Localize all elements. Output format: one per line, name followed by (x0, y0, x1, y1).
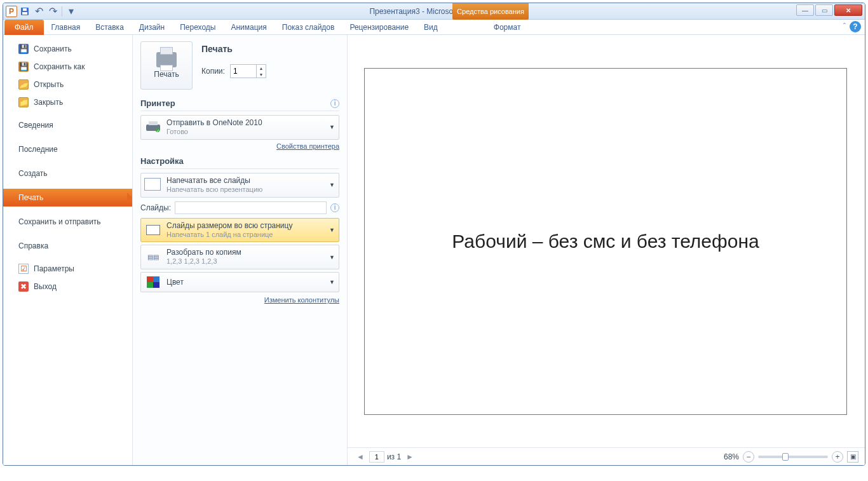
printer-heading: Принтер (140, 98, 175, 108)
printer-name: Отправить в OneNote 2010 (166, 118, 324, 128)
sidebar-label: Сведения (18, 121, 53, 130)
qat-separator (62, 6, 62, 17)
print-preview-pane: Рабочий – без смс и без телефона ◄ из 1 … (348, 35, 865, 465)
chevron-down-icon: ▼ (329, 227, 335, 233)
print-scope-select[interactable]: Напечатать все слайды Напечатать всю пре… (140, 173, 339, 198)
chevron-down-icon: ▼ (329, 279, 335, 285)
folder-open-icon: 📂 (18, 79, 29, 90)
info-icon[interactable]: i (330, 203, 339, 212)
sidebar-label: Параметры (34, 264, 74, 273)
redo-icon[interactable]: ↷ (46, 5, 59, 18)
tab-insert[interactable]: Вставка (88, 20, 132, 35)
options-icon: ☑ (18, 264, 29, 274)
next-page-icon[interactable]: ► (403, 452, 416, 461)
svg-rect-2 (23, 8, 27, 11)
printer-icon (156, 52, 177, 67)
zoom-thumb[interactable] (782, 453, 789, 461)
save-icon[interactable] (18, 5, 31, 18)
contextual-tool-tab[interactable]: Средства рисования (452, 3, 529, 20)
print-button[interactable]: Печать (140, 41, 193, 90)
sidebar-label: Печать (18, 193, 43, 202)
page-of-label: из 1 (387, 452, 401, 461)
collapse-ribbon-icon[interactable]: ˆ (843, 22, 846, 31)
info-icon[interactable]: i (330, 99, 339, 108)
spinner-buttons: ▲ ▼ (256, 65, 266, 78)
app-window: P ↶ ↷ ▾ Презентация3 - Microsoft PowerPo… (3, 3, 865, 466)
tab-slideshow[interactable]: Показ слайдов (275, 20, 342, 35)
minimize-button[interactable]: — (796, 4, 814, 16)
zoom-slider[interactable] (758, 456, 828, 458)
page-number-input[interactable] (369, 451, 384, 463)
color-select[interactable]: Цвет ▼ (140, 272, 339, 292)
collate-text: Разобрать по копиям 1,2,3 1,2,3 1,2,3 (166, 248, 324, 266)
sidebar-options[interactable]: ☑Параметры (3, 260, 132, 278)
collate-select[interactable]: ▤▤ Разобрать по копиям 1,2,3 1,2,3 1,2,3… (140, 245, 339, 269)
copies-input[interactable] (231, 65, 256, 78)
printer-select[interactable]: ✓ Отправить в OneNote 2010 Готово ▼ (140, 115, 339, 140)
print-header-right: Печать Копии: ▲ ▼ (201, 41, 266, 78)
svg-rect-4 (149, 121, 158, 125)
undo-icon[interactable]: ↶ (32, 5, 45, 18)
maximize-button[interactable]: ▭ (815, 4, 833, 16)
sidebar-close[interactable]: 📁Закрыть (3, 93, 132, 111)
ribbon-tabs: Файл Главная Вставка Дизайн Переходы Ани… (3, 20, 865, 35)
settings-heading: Настройка (140, 156, 184, 166)
sidebar-new[interactable]: Создать (3, 165, 132, 182)
slides-range-input[interactable] (175, 201, 327, 214)
copies-row: Копии: ▲ ▼ (201, 64, 266, 78)
tab-format[interactable]: Формат (486, 20, 529, 35)
printer-properties-row: Свойства принтера (140, 142, 339, 150)
slides-range-row: Слайды: i (140, 201, 339, 214)
chevron-down-icon: ▼ (329, 182, 335, 188)
tab-transitions[interactable]: Переходы (172, 20, 223, 35)
tab-animation[interactable]: Анимация (223, 20, 274, 35)
sidebar-save[interactable]: 💾Сохранить (3, 40, 132, 58)
sidebar-recent[interactable]: Последние (3, 140, 132, 158)
close-window-button[interactable]: ✕ (834, 4, 862, 16)
sidebar-label: Выход (34, 282, 57, 291)
sidebar-info[interactable]: Сведения (3, 116, 132, 134)
sidebar-label: Закрыть (34, 98, 63, 107)
window-title: Презентация3 - Microsoft PowerPoint (3, 7, 865, 16)
folder-close-icon: 📁 (18, 97, 29, 107)
tab-view[interactable]: Вид (416, 20, 445, 35)
spin-down-icon[interactable]: ▼ (257, 71, 266, 78)
sidebar-exit[interactable]: ✖Выход (3, 278, 132, 295)
save-as-icon: 💾 (18, 62, 29, 72)
svg-text:✓: ✓ (156, 129, 159, 133)
printer-select-text: Отправить в OneNote 2010 Готово (166, 118, 324, 137)
sidebar-label: Сохранить как (34, 62, 85, 71)
layout-text: Слайды размером во всю страницу Напечата… (166, 221, 324, 240)
tab-design[interactable]: Дизайн (132, 20, 172, 35)
copies-spinner[interactable]: ▲ ▼ (230, 64, 266, 78)
sidebar-help[interactable]: Справка (3, 237, 132, 255)
sidebar-save-as[interactable]: 💾Сохранить как (3, 58, 132, 76)
sidebar-print[interactable]: Печать (3, 189, 132, 207)
zoom-in-button[interactable]: + (832, 451, 843, 463)
page-navigator: ◄ из 1 ► (354, 451, 416, 463)
quick-access-toolbar: P ↶ ↷ ▾ (3, 5, 78, 18)
printer-properties-link[interactable]: Свойства принтера (276, 142, 339, 150)
collate-sub: 1,2,3 1,2,3 1,2,3 (166, 257, 324, 266)
prev-page-icon[interactable]: ◄ (354, 452, 367, 461)
chevron-down-icon: ▼ (329, 124, 335, 130)
color-swatch-icon (145, 275, 161, 289)
tab-review[interactable]: Рецензирование (342, 20, 416, 35)
zoom-out-button[interactable]: − (743, 451, 754, 463)
printer-section-header: Принтер i (140, 98, 339, 111)
sidebar-label: Справка (18, 241, 48, 250)
edit-header-footer-link[interactable]: Изменить колонтитулы (264, 296, 339, 304)
tab-home[interactable]: Главная (44, 20, 88, 35)
help-icon[interactable]: ? (850, 21, 861, 32)
zoom-to-fit-button[interactable]: ▣ (847, 451, 858, 463)
print-layout-select[interactable]: Слайды размером во всю страницу Напечата… (140, 218, 339, 243)
settings-section-header: Настройка (140, 156, 339, 169)
print-heading: Печать (201, 44, 266, 54)
layout-sub: Напечатать 1 слайд на странице (166, 231, 324, 240)
sidebar-save-send[interactable]: Сохранить и отправить (3, 213, 132, 231)
tab-file[interactable]: Файл (4, 20, 44, 35)
sidebar-open[interactable]: 📂Открыть (3, 76, 132, 93)
qat-customize-icon[interactable]: ▾ (65, 5, 78, 18)
chevron-down-icon: ▼ (329, 254, 335, 261)
spin-up-icon[interactable]: ▲ (257, 65, 266, 71)
